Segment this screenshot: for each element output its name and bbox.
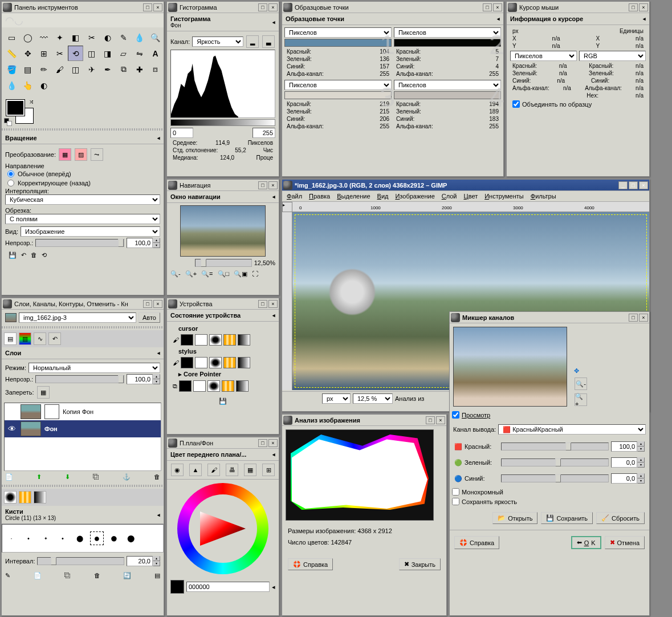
- scale-tool[interactable]: ◫: [84, 46, 99, 61]
- output-select[interactable]: 🟥 КрасныйКрасный: [498, 424, 646, 435]
- blue-slider[interactable]: [501, 474, 609, 482]
- image-thumb-icon[interactable]: [5, 313, 17, 322]
- close-button[interactable]: ×: [153, 300, 162, 308]
- ok-button[interactable]: ⬅ OK: [571, 536, 601, 549]
- fg-swatch[interactable]: [6, 100, 25, 116]
- brush-item[interactable]: •: [22, 531, 35, 545]
- status-unit-select[interactable]: px: [322, 393, 351, 404]
- opacity-input[interactable]: ▴▾: [127, 238, 160, 248]
- palette-icon[interactable]: ▦: [244, 464, 256, 476]
- zoom-out-icon[interactable]: 🔍-: [170, 270, 181, 278]
- rotate-tool[interactable]: ⟲: [68, 46, 83, 61]
- ruler-vertical[interactable]: [282, 212, 292, 390]
- print-icon[interactable]: 🖶: [226, 464, 238, 476]
- rect-select-tool[interactable]: ▭: [4, 30, 19, 45]
- wand-tool[interactable]: ✦: [52, 30, 67, 45]
- fg-select-tool[interactable]: ◐: [100, 30, 115, 45]
- ruler-horizontal[interactable]: ▸ 0 1000 2000 3000 4000: [282, 202, 649, 212]
- dodge-tool[interactable]: ◐: [36, 78, 51, 93]
- edit-brush-icon[interactable]: ✎: [5, 572, 10, 579]
- zoom-1-1-icon[interactable]: 🔍=: [201, 270, 213, 278]
- opacity-slider[interactable]: [35, 239, 124, 247]
- close-button[interactable]: ×: [639, 181, 648, 189]
- image-select[interactable]: img_1662.jpg-3: [19, 312, 136, 323]
- hist-menu-icon[interactable]: ◂: [272, 19, 275, 25]
- hist-max-input[interactable]: [252, 128, 275, 138]
- green-slider[interactable]: [501, 458, 609, 466]
- preview-checkbox[interactable]: Просмотр: [450, 410, 649, 420]
- layer-item[interactable]: 👁 Фон: [5, 420, 161, 437]
- menu-view[interactable]: Вид: [377, 193, 389, 200]
- menu-select[interactable]: Выделение: [337, 193, 370, 200]
- log-icon[interactable]: ▃: [262, 35, 275, 48]
- layer-name[interactable]: Фон: [44, 425, 58, 432]
- samples-menu-icon[interactable]: ◂: [497, 16, 500, 22]
- transform-selection-icon[interactable]: ▨: [75, 148, 87, 161]
- bg-swatch[interactable]: [195, 334, 207, 346]
- green-input[interactable]: ▴▾: [611, 457, 645, 468]
- heal-tool[interactable]: ✚: [132, 62, 147, 77]
- delete-preset-icon[interactable]: 🗑: [31, 251, 37, 259]
- fg-swatch[interactable]: [181, 334, 193, 346]
- merge-checkbox[interactable]: Объединять по образцу: [510, 99, 646, 109]
- swatches-icon[interactable]: ⊞: [262, 464, 275, 476]
- visibility-icon[interactable]: 👁: [7, 424, 17, 433]
- interval-slider[interactable]: [37, 557, 124, 565]
- reset-button[interactable]: 🧹 Сбросить: [596, 512, 645, 524]
- ink-tool[interactable]: ✒: [100, 62, 115, 77]
- raise-layer-icon[interactable]: ⬆: [36, 473, 42, 481]
- cursor-menu-icon[interactable]: ◂: [643, 16, 646, 22]
- lock-pixels-icon[interactable]: ▦: [37, 386, 50, 399]
- mode-select[interactable]: RGB: [579, 51, 646, 61]
- ellipse-select-tool[interactable]: ◯: [20, 30, 35, 45]
- channels-tab[interactable]: ▥: [19, 332, 31, 345]
- close-button[interactable]: ×: [268, 439, 278, 447]
- menu-tools[interactable]: Инструменты: [484, 193, 524, 200]
- delete-layer-icon[interactable]: 🗑: [154, 473, 160, 481]
- paths-tab[interactable]: ∿: [34, 332, 46, 345]
- move-icon[interactable]: ✥: [574, 367, 588, 375]
- gimp-picker-icon[interactable]: ◉: [171, 464, 184, 476]
- ruler-corner[interactable]: ▸: [282, 202, 292, 212]
- brushes-menu-icon[interactable]: ◂: [157, 512, 160, 518]
- restore-preset-icon[interactable]: ↶: [21, 251, 26, 259]
- zoom-in-icon[interactable]: 🔍+: [185, 270, 197, 278]
- menu-image[interactable]: Изображение: [395, 193, 434, 200]
- brush-item[interactable]: ⬤: [73, 531, 87, 545]
- brushes-tab[interactable]: [4, 491, 17, 504]
- status-zoom-select[interactable]: 12,5 %: [353, 393, 393, 404]
- close-button[interactable]: ×: [639, 314, 648, 322]
- zoom-out-icon[interactable]: 🔍-: [575, 377, 587, 390]
- gradient-swatch[interactable]: [238, 334, 250, 346]
- open-button[interactable]: 📂 Открыть: [492, 512, 537, 524]
- new-layer-icon[interactable]: 📄: [5, 473, 13, 481]
- default-colors-icon[interactable]: [4, 118, 12, 126]
- minimize-button[interactable]: □: [258, 181, 267, 189]
- airbrush-tool[interactable]: ✈: [84, 62, 99, 77]
- blue-input[interactable]: ▴▾: [611, 473, 645, 484]
- delete-brush-icon[interactable]: 🗑: [94, 572, 100, 579]
- minimize-button[interactable]: □: [258, 3, 267, 11]
- reset-preset-icon[interactable]: ⟲: [42, 251, 47, 259]
- eraser-tool[interactable]: ◫: [68, 62, 83, 77]
- refresh-brush-icon[interactable]: 🔄: [123, 572, 131, 579]
- close-button[interactable]: ×: [493, 3, 502, 11]
- mono-checkbox[interactable]: Монохромный: [450, 487, 649, 497]
- lasso-tool[interactable]: 〰: [36, 30, 51, 45]
- gradients-tab[interactable]: [34, 491, 46, 504]
- brush-dialog-icon[interactable]: ▤: [154, 572, 160, 579]
- save-devices-icon[interactable]: 💾: [219, 397, 227, 404]
- layers-tab[interactable]: ▤: [4, 332, 17, 345]
- unit-select[interactable]: Пикселов: [510, 51, 577, 61]
- paths-tool[interactable]: ✎: [116, 30, 131, 45]
- save-button[interactable]: 💾 Сохранить: [541, 512, 593, 524]
- flip-tool[interactable]: ⇋: [132, 46, 147, 61]
- minimize-button[interactable]: □: [258, 300, 267, 308]
- menu-edit[interactable]: Правка: [309, 193, 330, 200]
- close-button[interactable]: ×: [436, 416, 445, 424]
- sample-unit-select[interactable]: Пикселов: [284, 27, 392, 38]
- sample-unit-select[interactable]: Пикселов: [394, 27, 501, 38]
- menu-colors[interactable]: Цвет: [464, 193, 478, 200]
- dir-normal-radio[interactable]: Обычное (вперёд): [5, 169, 160, 178]
- undo-tab[interactable]: ↶: [48, 332, 61, 345]
